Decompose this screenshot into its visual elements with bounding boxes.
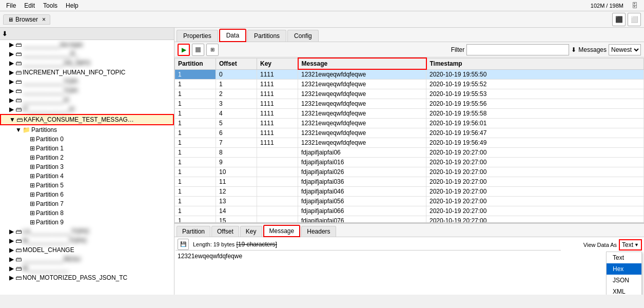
tree-item-10[interactable]: ▶ 🗃 LA____________TOPIC [0, 227, 174, 236]
tree-item-15[interactable]: ▶ 🗃 NON_MOTORIZED_PASS_JSON_TC [0, 273, 174, 282]
tree-item-partition1[interactable]: ⊞ Partition 1 [0, 144, 174, 153]
tree-label-15: NON_MOTORIZED_PASS_JSON_TC [23, 274, 127, 281]
tree-item-partition6[interactable]: ⊞ Partition 6 [0, 190, 174, 199]
grid-button[interactable]: ⊞ [206, 44, 219, 56]
tree-item-partition2[interactable]: ⊞ Partition 2 [0, 153, 174, 162]
menu-file[interactable]: File [2, 2, 20, 9]
table-row[interactable]: 11111112321ewqeqwfdqfeqwe2020-10-19 19:5… [175, 80, 644, 89]
newest-select[interactable]: Newest Oldest [609, 44, 641, 55]
cell-message-4: 12321ewqeqwfdqfeqwe [298, 109, 426, 119]
cell-key-14 [257, 206, 298, 216]
tree-item-9a[interactable]: ▼ 📁 Partitions [0, 125, 174, 134]
tree-item-9[interactable]: ▼ 🗃 KAFKA_CONSUME_TEST_MESSAGE_TO [0, 114, 174, 125]
table-row[interactable]: 12111112321ewqeqwfdqfeqwe2020-10-19 19:5… [175, 89, 644, 99]
tab-partitions[interactable]: Partitions [247, 30, 286, 42]
dropdown-item-json[interactable]: JSON [607, 275, 641, 286]
tree-item-partition4[interactable]: ⊞ Partition 4 [0, 171, 174, 181]
view-data-select-btn[interactable]: Text ▼ [619, 239, 642, 251]
toolbar-btn-2[interactable]: ⬜ [628, 13, 641, 26]
expand-icon-8: ▶ [8, 106, 14, 113]
bottom-tab-key[interactable]: Key [240, 226, 262, 237]
cell-message-11: fdjapifjaipfai036 [298, 177, 426, 187]
dropdown-item-text[interactable]: Text [607, 252, 641, 263]
tree-item-partition3[interactable]: ⊞ Partition 3 [0, 162, 174, 171]
cell-timestamp-9: 2020-10-19 20:27:00 [426, 158, 644, 167]
tree-item-7[interactable]: ▶ 🗃 ____________IC [0, 95, 174, 105]
toolbar-btn-1[interactable]: ⬛ [612, 13, 626, 26]
tree-item-partition8[interactable]: ⊞ Partition 8 [0, 208, 174, 218]
bottom-tab-partition[interactable]: Partition [177, 226, 210, 237]
tree-item-partition0[interactable]: ⊞ Partition 0 [0, 134, 174, 144]
table-row[interactable]: 13111112321ewqeqwfdqfeqwe2020-10-19 19:5… [175, 99, 644, 109]
tree-item-13[interactable]: ▶ 🗃 ____________RESU [0, 255, 174, 264]
tree-item-5[interactable]: ▶ 🗃 ____________TOPI [0, 77, 174, 86]
col-header-timestamp: Timestamp [426, 58, 644, 69]
bottom-tabs: Partition Offset Key Message Headers [174, 224, 644, 237]
menu-tools[interactable]: Tools [39, 2, 62, 9]
bottom-tab-offset[interactable]: Offset [211, 226, 239, 237]
tree-item-partition7[interactable]: ⊞ Partition 7 [0, 199, 174, 208]
cell-message-2: 12321ewqeqwfdqfeqwe [298, 89, 426, 99]
expand-icon-2: ▶ [8, 50, 14, 57]
tree-item-11[interactable]: ▶ 🗃 M____________TOPIC [0, 236, 174, 245]
col-header-offset: Offset [216, 58, 257, 69]
cell-partition-10: 1 [175, 167, 216, 177]
tab-data[interactable]: Data [219, 29, 246, 42]
table-row[interactable]: 17111112321ewqeqwfdqfeqwe2020-10-19 19:5… [175, 138, 644, 148]
tab-config[interactable]: Config [287, 30, 319, 42]
bottom-tab-message[interactable]: Message [263, 225, 301, 237]
table-row[interactable]: 111fdjapifjaipfai0362020-10-19 20:27:00 [175, 177, 644, 187]
table-row[interactable]: 18fdjapifjaipfai062020-10-19 20:27:00 [175, 148, 644, 158]
tree-label-10: LA____________TOPIC [23, 228, 90, 235]
table-row[interactable]: 15111112321ewqeqwfdqfeqwe2020-10-19 19:5… [175, 119, 644, 128]
tree-item-12[interactable]: ▶ 🗃 MODEL_CHANGE [0, 245, 174, 255]
cell-timestamp-3: 2020-10-19 19:55:56 [426, 99, 644, 109]
table-row[interactable]: 16111112321ewqeqwfdqfeqwe2020-10-19 19:5… [175, 128, 644, 138]
message-text-area: 12321ewqeqwfdqfeqwe [175, 251, 561, 294]
bottom-tab-headers[interactable]: Headers [301, 226, 336, 237]
tree-area[interactable]: ▶ 🗃 ___________itor.topic ▶ 🗃 __________… [0, 40, 174, 295]
table-row[interactable]: 112fdjapifjaipfai0462020-10-19 20:27:00 [175, 187, 644, 197]
save-btn[interactable]: 💾 [178, 239, 189, 250]
tree-label-p4: Partition 4 [36, 172, 64, 180]
table-row[interactable]: 115fdjapifjaipfai0762020-10-19 20:27:00 [175, 216, 644, 223]
tree-item-4[interactable]: ▶ 🗃 INCREMENT_HUMAN_INFO_TOPIC [0, 68, 174, 77]
tree-item-1[interactable]: ▶ 🗃 ___________itor.topic [0, 40, 174, 49]
left-panel: ⬇ ▶ 🗃 ___________itor.topic ▶ 🗃 ________… [0, 28, 174, 295]
tree-item-14[interactable]: ▶ 🗃 M____________ [0, 264, 174, 273]
tree-item-partition5[interactable]: ⊞ Partition 5 [0, 181, 174, 190]
tree-item-2[interactable]: ▶ 🗃 ______________R_ [0, 49, 174, 59]
table-row[interactable]: 110fdjapifjaipfai0262020-10-19 20:27:00 [175, 167, 644, 177]
cell-offset-11: 11 [216, 177, 257, 187]
table-row[interactable]: 114fdjapifjaipfai0662020-10-19 20:27:00 [175, 206, 644, 216]
tree-item-6[interactable]: ▶ 🗃 ____________TOPI [0, 86, 174, 95]
tree-item-partition9[interactable]: ⊞ Partition 9 [0, 218, 174, 227]
browser-icon: 🖥 [8, 16, 13, 23]
tree-item-3[interactable]: ▶ 🗃 ____________AN_INFO [0, 59, 174, 68]
play-button[interactable]: ▶ [178, 44, 190, 56]
table-row[interactable]: 14111112321ewqeqwfdqfeqwe2020-10-19 19:5… [175, 109, 644, 119]
dropdown-item-xml[interactable]: XML [607, 286, 641, 295]
toolbar: 🖥 Browser × ⬛ ⬜ [0, 11, 644, 28]
tab-properties[interactable]: Properties [177, 30, 218, 42]
cell-timestamp-5: 2020-10-19 19:56:01 [426, 119, 644, 128]
browser-tab-label: Browser [15, 16, 38, 23]
stop-button[interactable] [192, 44, 204, 56]
tree-label-p2: Partition 2 [36, 154, 64, 161]
data-table-container[interactable]: Partition Offset Key Message Timestamp 1… [174, 57, 644, 223]
expand-icon-14: ▶ [8, 265, 14, 272]
filter-input[interactable] [466, 44, 569, 55]
tree-label-9: KAFKA_CONSUME_TEST_MESSAGE_TO [24, 116, 136, 123]
table-row[interactable]: 113fdjapifjaipfai0562020-10-19 20:27:00 [175, 197, 644, 206]
tree-item-8[interactable]: ▶ 🗃 IT____________IC [0, 105, 174, 114]
dropdown-item-hex[interactable]: Hex [607, 263, 641, 275]
menu-edit[interactable]: Edit [20, 2, 39, 9]
scroll-down-icon: ⬇ [2, 30, 7, 37]
cell-key-8 [257, 148, 298, 158]
browser-tab-close[interactable]: × [42, 16, 46, 23]
tree-label-p3: Partition 3 [36, 163, 64, 170]
table-row[interactable]: 10111112321ewqeqwfdqfeqwe2020-10-19 19:5… [175, 69, 644, 80]
table-row[interactable]: 19fdjapifjaipfai0162020-10-19 20:27:00 [175, 158, 644, 167]
menu-help[interactable]: Help [62, 2, 83, 9]
expand-icon-9a: ▼ [15, 126, 22, 133]
